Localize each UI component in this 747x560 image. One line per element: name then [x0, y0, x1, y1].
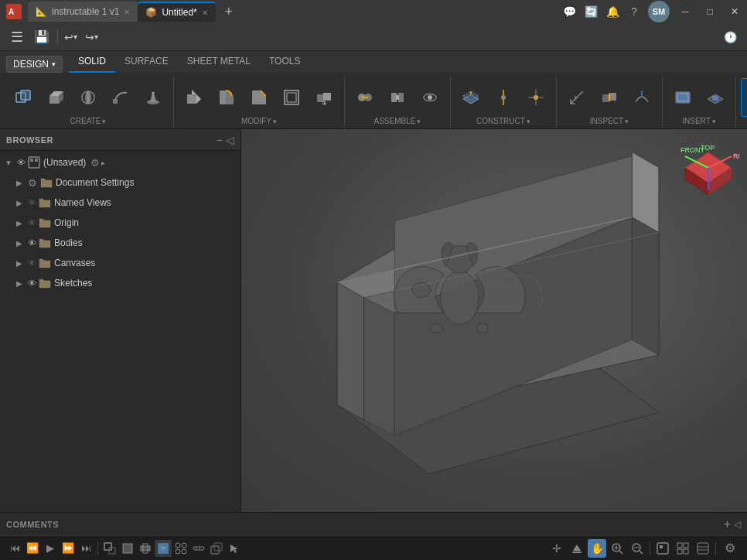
tab-solid[interactable]: SOLID [69, 51, 115, 73]
joint-btn[interactable] [350, 78, 380, 117]
close-btn[interactable]: ✕ [722, 0, 747, 23]
help-icon[interactable]: ? [623, 1, 645, 22]
look-at-btn[interactable] [568, 539, 586, 558]
time-history-icon[interactable]: 🕐 [719, 26, 741, 48]
root-settings-icon[interactable]: ⚙ [90, 157, 100, 169]
save-btn[interactable]: 💾 [29, 26, 54, 48]
svg-text:FRONT: FRONT [680, 146, 704, 154]
display-mode-btn[interactable] [653, 539, 672, 558]
press-pull-btn[interactable] [179, 78, 210, 117]
select-point-tool[interactable] [226, 540, 243, 557]
collapse-icon[interactable]: ▼ [3, 157, 14, 168]
close-tab-2[interactable]: ✕ [202, 9, 208, 17]
tree-item-sketches[interactable]: ▶ 👁 Sketches [0, 273, 240, 293]
select-rect-tool[interactable] [101, 540, 118, 557]
user-avatar[interactable]: SM [648, 1, 670, 22]
tree-item-root[interactable]: ▼ 👁 (Unsaved) ⚙ ▸ [0, 152, 240, 172]
rigid-group-btn[interactable] [382, 78, 413, 117]
chamfer-btn[interactable] [244, 78, 275, 117]
pan-btn[interactable]: ✋ [588, 539, 606, 558]
playback-prev-btn[interactable]: ⏪ [24, 540, 41, 557]
new-body-btn[interactable] [8, 78, 39, 117]
select-lasso-tool[interactable] [137, 540, 154, 557]
zoom-fit-btn[interactable] [608, 539, 626, 558]
measure-btn[interactable] [561, 78, 592, 117]
playback-end-btn[interactable]: ⏭ [77, 540, 94, 557]
update-icon[interactable]: 🔄 [580, 1, 602, 22]
settings-btn[interactable]: ⚙ [719, 538, 741, 559]
viewport[interactable]: RIGHT TOP FRONT [241, 129, 747, 512]
loft-btn[interactable] [138, 78, 169, 117]
notification-icon[interactable]: 🔔 [602, 1, 623, 22]
playback-next-btn[interactable]: ⏩ [60, 540, 77, 557]
browser-collapse-btn[interactable]: − [217, 135, 223, 145]
root-label: (Unsaved) [43, 157, 86, 168]
tab-instructable[interactable]: 📐 instructable 1 v1 ✕ [28, 2, 138, 22]
svg-text:RIGHT: RIGHT [733, 152, 739, 160]
main-area: BROWSER − ◁ ▼ 👁 (Unsaved) ⚙ ▸ [0, 129, 747, 512]
root-more-icon[interactable]: ▸ [101, 159, 105, 167]
select-convert-tool[interactable] [208, 540, 225, 557]
tab-untitled[interactable]: 📦 Untitled* ✕ [138, 2, 215, 22]
sweep-btn[interactable] [105, 78, 136, 117]
svg-rect-88 [123, 544, 132, 553]
construct-group: CONSTRUCT▾ [451, 76, 557, 128]
tree-item-canvases[interactable]: ▶ 👁 Canvases [0, 253, 240, 273]
file-menu-btn[interactable]: ☰ [6, 26, 28, 48]
undo-btn[interactable]: ↩▾ [61, 26, 80, 48]
close-tab-1[interactable]: ✕ [124, 8, 130, 16]
tree-item-doc-settings[interactable]: ▶ ⚙ Document Settings [0, 172, 240, 193]
tree-item-bodies[interactable]: ▶ 👁 Bodies [0, 233, 240, 253]
fillet-btn[interactable] [211, 78, 242, 117]
point-btn[interactable] [520, 78, 551, 117]
sketches-chevron: ▶ [14, 278, 25, 289]
minimize-btn[interactable]: ─ [673, 0, 698, 23]
select-chain-tool[interactable] [190, 540, 207, 557]
revolve-btn[interactable] [73, 78, 104, 117]
axis-btn[interactable] [488, 78, 519, 117]
select-box-tool[interactable] [119, 540, 136, 557]
insert-group-label: INSERT▾ [682, 117, 716, 127]
extrude-btn[interactable] [40, 78, 71, 117]
curvature-btn[interactable] [626, 78, 657, 117]
tab-sheet-metal[interactable]: SHEET METAL [178, 51, 260, 73]
bodies-folder-icon [39, 237, 51, 249]
design-dropdown[interactable]: DESIGN ▾ [6, 56, 63, 73]
root-component-icon [28, 156, 40, 169]
playback-play-btn[interactable]: ▶ [42, 540, 59, 557]
interference-btn[interactable] [594, 78, 625, 117]
motion-link-btn[interactable] [414, 78, 445, 117]
shell-btn[interactable] [276, 78, 307, 117]
grid-btn[interactable] [674, 539, 692, 558]
sketches-vis[interactable]: 👁 [26, 278, 37, 289]
playback-start-btn[interactable]: ⏮ [6, 540, 23, 557]
nav-cube[interactable]: RIGHT TOP FRONT [677, 137, 739, 199]
tree-item-origin[interactable]: ▶ 👁 Origin [0, 213, 240, 233]
canvas-btn[interactable] [667, 78, 698, 117]
maximize-btn[interactable]: □ [698, 0, 722, 23]
combine-btn[interactable]: ⊕ [309, 78, 339, 117]
comments-collapse-btn[interactable]: ◁ [734, 519, 741, 530]
select-group: SELECT▾ [736, 76, 747, 128]
redo-btn[interactable]: ↪▾ [82, 26, 101, 48]
zoom-btn[interactable] [628, 539, 646, 558]
select-window-btn[interactable] [741, 78, 747, 117]
svg-rect-116 [684, 549, 688, 554]
new-tab-btn[interactable]: + [219, 2, 239, 22]
titlebar: A 📐 instructable 1 v1 ✕ 📦 Untitled* ✕ + … [0, 0, 747, 23]
eye-icon[interactable]: 👁 [15, 157, 26, 168]
comments-add-btn[interactable]: + [724, 517, 731, 531]
visual-style-btn[interactable] [694, 539, 712, 558]
canvases-label: Canvases [54, 258, 95, 268]
decal-btn[interactable] [700, 78, 731, 117]
tree-item-named-views[interactable]: ▶ 👁 Named Views [0, 193, 240, 213]
chat-icon[interactable]: 💬 [558, 1, 580, 22]
orbit-btn[interactable]: ✛ [547, 539, 566, 558]
select-paint-tool[interactable]: ☞ [155, 540, 172, 557]
select-free-tool[interactable] [172, 540, 189, 557]
offset-plane-btn[interactable] [455, 78, 486, 117]
browser-panel-collapse[interactable]: ◁ [226, 135, 234, 145]
tab-surface[interactable]: SURFACE [115, 51, 178, 73]
tab-tools[interactable]: TOOLS [260, 51, 309, 73]
bodies-vis[interactable]: 👁 [26, 237, 37, 248]
